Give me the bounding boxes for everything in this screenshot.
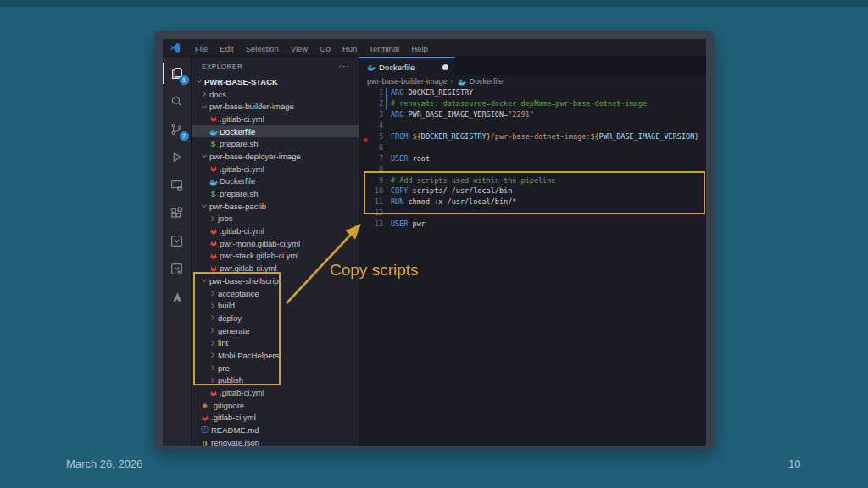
gitlab-file-icon [208, 164, 219, 174]
explorer-title: EXPLORER [202, 63, 338, 70]
code-editor[interactable]: 1ARG DOCKER_REGISTRY2# renovate: datasou… [359, 87, 706, 446]
tree-item-label: acceptance [218, 289, 259, 298]
tree-item-dockerfile[interactable]: Dockerfile [192, 175, 359, 188]
tree-item-mobi-pachelpers[interactable]: Mobi.PacHelpers [192, 349, 359, 362]
tree-item-renovate-json[interactable]: {}renovate.json [192, 436, 359, 446]
code-line-4: 4 [359, 120, 706, 131]
docker-whale-icon [457, 77, 468, 86]
code-line-13: 13USER pwr [359, 219, 706, 230]
tree-item-label: Mobi.PacHelpers [218, 351, 279, 360]
activity-badge: 1 [180, 75, 189, 85]
tree-item-pwr-base-stack[interactable]: PWR-BASE-STACK [192, 75, 359, 88]
tree-item-prepare-sh[interactable]: $prepare.sh [192, 137, 359, 150]
gutter-error-dot [364, 138, 368, 142]
tree-item-label: publish [218, 375, 243, 385]
chevron-right-icon [208, 339, 218, 347]
breadcrumb-folder[interactable]: pwr-base-builder-image [367, 77, 448, 86]
code-line-12: 12 [359, 208, 706, 219]
editor-area[interactable]: Dockerfile pwr-base-builder-image › Dock… [359, 57, 706, 446]
tree-item-label: pwr-base-deployer-image [209, 152, 301, 161]
activity-azure-icon[interactable] [163, 283, 192, 311]
tree-item-pwr-base-shellscript[interactable]: pwr-base-shellscript [192, 274, 359, 287]
tree-item-lint[interactable]: lint [192, 336, 359, 349]
activity-extensions-icon[interactable] [163, 199, 192, 227]
menu-item-file[interactable]: File [195, 44, 208, 53]
breadcrumb[interactable]: pwr-base-builder-image › Dockerfile [359, 75, 706, 87]
activity-bar: 17 [163, 57, 192, 446]
tree-item-acceptance[interactable]: acceptance [192, 287, 359, 300]
tree-item-pwr-gitlab-ci-yml[interactable]: pwr.gitlab-ci.yml [192, 262, 359, 274]
line-number: 4 [359, 121, 383, 130]
tree-item-label: lint [218, 338, 228, 347]
menu-item-go[interactable]: Go [320, 44, 331, 53]
chevron-down-icon [199, 202, 209, 210]
chevron-down-icon [199, 103, 209, 111]
tab-modified-dot [442, 64, 448, 70]
code-line-1: 1ARG DOCKER_REGISTRY [359, 87, 706, 98]
tree-item-label: prepare.sh [220, 189, 258, 198]
tree-item-prepare-sh[interactable]: $prepare.sh [192, 187, 359, 200]
tree-item--gitlab-ci-yml[interactable]: .gitlab-ci.yml [192, 113, 359, 125]
tree-item--gitlab-ci-yml[interactable]: .gitlab-ci.yml [192, 386, 359, 399]
activity-gitlab-workflow-icon[interactable] [163, 227, 192, 255]
tree-item-build[interactable]: build [192, 299, 359, 312]
tree-item--gitlab-ci-yml[interactable]: .gitlab-ci.yml [192, 412, 359, 424]
tree-item-jobs[interactable]: jobs [192, 213, 359, 225]
tree-item-publish[interactable]: publish [192, 374, 359, 387]
tree-item-pwr-mono-gitlab-ci-yml[interactable]: pwr-mono.gitlab-ci.yml [192, 237, 359, 250]
tree-item-pwr-base-paclib[interactable]: pwr-base-paclib [192, 200, 359, 213]
tree-item-dockerfile[interactable]: Dockerfile [192, 125, 359, 138]
tree-item-pwr-base-builder-image[interactable]: pwr-base-builder-image [192, 100, 359, 113]
tree-item-pwr-base-deployer-image[interactable]: pwr-base-deployer-image [192, 150, 359, 163]
tree-item-label: .gitlab-ci.yml [211, 413, 256, 422]
gitlab-file-icon [208, 239, 219, 248]
tree-item-label: pwr-mono.gitlab-ci.yml [220, 239, 300, 248]
code-line-9: 9# Add scripts used within the pipeline [359, 175, 706, 186]
menu-item-selection[interactable]: Selection [246, 44, 279, 53]
tab-dockerfile[interactable]: Dockerfile [359, 57, 455, 75]
tree-item-label: build [218, 301, 235, 310]
tree-item--gitlab-ci-yml[interactable]: .gitlab-ci.yml [192, 225, 359, 237]
tree-item-label: README.md [211, 425, 259, 435]
menu-item-edit[interactable]: Edit [220, 44, 233, 53]
git-modified-gutter-bar [386, 88, 387, 110]
tab-bar: Dockerfile [359, 57, 706, 75]
tree-item-readme-md[interactable]: ⓘREADME.md [192, 424, 359, 436]
menu-item-help[interactable]: Help [411, 44, 428, 53]
chevron-down-icon [199, 276, 209, 285]
gitlab-file-icon [208, 388, 219, 397]
tree-item--gitignore[interactable]: ◆.gitignore [192, 399, 359, 412]
code-line-3: 3ARG PWR_BASE_IMAGE_VERSION="2291" [359, 109, 706, 120]
menu-item-view[interactable]: View [291, 44, 308, 53]
breadcrumb-file[interactable]: Dockerfile [470, 77, 504, 86]
tree-item-pre[interactable]: pre [192, 362, 359, 374]
git-file-icon: ◆ [199, 401, 210, 410]
tree-item-pwr-stack-gitlab-ci-yml[interactable]: pwr-stack.gitlab-ci.yml [192, 250, 359, 263]
menu-item-terminal[interactable]: Terminal [369, 44, 399, 53]
activity-run-debug-icon[interactable] [163, 143, 192, 171]
activity-gitlab-pipelines-icon[interactable] [163, 255, 192, 283]
menu-bar: FileEditSelectionViewGoRunTerminalHelp [189, 40, 434, 55]
menu-item-run[interactable]: Run [342, 44, 357, 53]
vscode-logo-icon [170, 42, 181, 53]
code-line-5: 5FROM ${DOCKER_REGISTRY}/pwr-base-dotnet… [359, 131, 706, 142]
json-file-icon: {} [199, 438, 210, 446]
code-line-8: 8 [359, 164, 706, 175]
chevron-down-icon [199, 152, 209, 160]
activity-search-icon[interactable] [163, 87, 192, 115]
tree-item-deploy[interactable]: deploy [192, 312, 359, 324]
explorer-actions-button[interactable]: ··· [338, 61, 350, 71]
chevron-right-icon [208, 214, 218, 223]
shell-file-icon: $ [208, 189, 219, 198]
activity-source-control-icon[interactable]: 7 [163, 115, 192, 143]
code-line-11: 11RUN chmod +x /usr/local/bin/* [359, 197, 706, 208]
tree-item--gitlab-ci-yml[interactable]: .gitlab-ci.yml [192, 163, 359, 175]
slide-top-strip [0, 0, 868, 7]
tree-item-generate[interactable]: generate [192, 324, 359, 337]
activity-explorer-icon[interactable]: 1 [163, 59, 192, 87]
activity-remote-explorer-icon[interactable] [163, 171, 192, 199]
tree-item-label: .gitlab-ci.yml [220, 164, 264, 174]
gitlab-file-icon [208, 251, 219, 260]
tree-item-docs[interactable]: docs [192, 88, 359, 101]
gitlab-file-icon [208, 263, 219, 273]
